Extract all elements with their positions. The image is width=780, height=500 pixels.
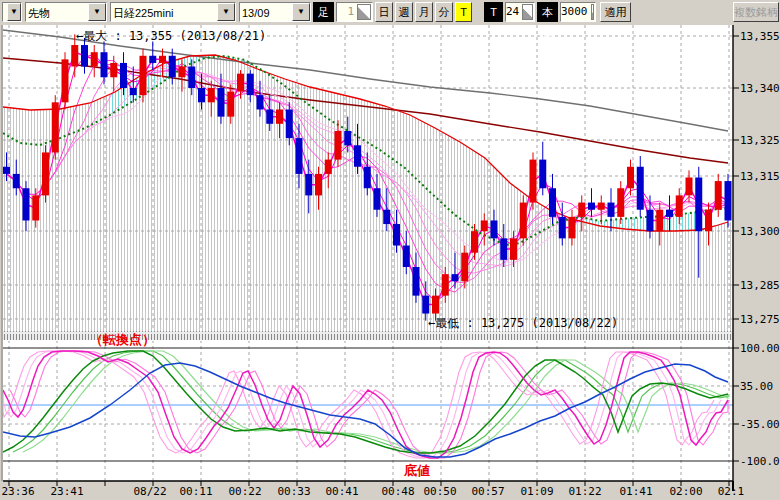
chart-area: ←最大 : 13,355 (2013/08/21) ←最低 : 13,275 (… <box>0 0 780 500</box>
indicator-axis-label: -100.00 <box>740 455 780 468</box>
chevron-down-icon[interactable]: ▼ <box>7 3 21 21</box>
blank-combobox[interactable]: ▼ <box>2 2 22 22</box>
market-combobox-value: 先物 <box>26 3 88 21</box>
indicator-axis-label: -35.00 <box>740 418 780 431</box>
bar-count-label: 本数 <box>537 2 558 22</box>
price-axis-label: 13,340 <box>740 82 780 95</box>
price-axis-label: 13,315 <box>740 170 780 183</box>
time-axis-label: 00:48 <box>381 485 414 498</box>
interval-value: 1 <box>337 3 356 21</box>
period-day-button[interactable]: 日 <box>375 2 393 22</box>
time-axis-label: 00:11 <box>179 485 212 498</box>
multi-symbol-button[interactable]: 複数銘柄 <box>733 2 779 22</box>
chart-canvas[interactable] <box>0 0 780 500</box>
period-month-button[interactable]: 月 <box>415 2 433 22</box>
time-axis-label: 02:00 <box>669 485 702 498</box>
interval-stepper[interactable]: 1 <box>336 2 373 22</box>
spinner-icon[interactable] <box>522 4 533 20</box>
chevron-down-icon[interactable]: ▼ <box>217 3 235 21</box>
period-tick-button[interactable]: T <box>455 2 472 22</box>
max-price-annotation: ←最大 : 13,355 (2013/08/21) <box>76 28 266 45</box>
price-axis-label: 13,300 <box>740 225 780 238</box>
time-axis-label: 08/22 <box>133 485 166 498</box>
indicator-axis-label: 100.00 <box>740 342 780 355</box>
price-axis-label: 13,285 <box>740 279 780 292</box>
time-axis-label: 02:1 <box>718 485 745 498</box>
chart-application: ▼ 先物 ▼ 日経225mini ▼ 13/09 ▼ 足 1 日 週 月 分 T… <box>0 0 780 500</box>
toolbar: ▼ 先物 ▼ 日経225mini ▼ 13/09 ▼ 足 1 日 週 月 分 T… <box>0 0 780 25</box>
period-week-button[interactable]: 週 <box>395 2 413 22</box>
chevron-down-icon[interactable]: ▼ <box>88 3 106 21</box>
time-axis-label: 01:22 <box>568 485 601 498</box>
tick-count-value: 24 <box>506 3 521 21</box>
price-axis-label: 13,275 <box>740 313 780 326</box>
contract-month-combobox-value: 13/09 <box>240 3 292 21</box>
bar-count-value: 3000 <box>561 3 590 21</box>
time-axis-label: 00:50 <box>423 485 456 498</box>
spinner-icon[interactable] <box>357 4 371 20</box>
time-axis-label: 23:41 <box>50 485 83 498</box>
price-axis-label: 13,325 <box>740 134 780 147</box>
time-axis-label: 00:22 <box>228 485 261 498</box>
min-price-annotation: ←最低 : 13,275 (2013/08/22) <box>428 315 618 332</box>
bottom-price-label: 底値 <box>404 462 430 480</box>
turning-point-label: （転換点） <box>90 331 155 349</box>
time-axis-label: 00:33 <box>277 485 310 498</box>
contract-month-combobox[interactable]: 13/09 ▼ <box>239 2 311 22</box>
symbol-combobox[interactable]: 日経225mini ▼ <box>110 2 236 22</box>
market-combobox[interactable]: 先物 ▼ <box>25 2 107 22</box>
tick-label: T <box>484 2 503 22</box>
bar-count-stepper[interactable]: 3000 <box>560 2 596 22</box>
time-axis-label: 01:09 <box>520 485 553 498</box>
bar-type-label: 足 <box>313 2 334 22</box>
apply-button[interactable]: 適用 <box>600 2 631 22</box>
period-minute-button[interactable]: 分 <box>435 2 453 22</box>
chevron-down-icon[interactable]: ▼ <box>292 3 310 21</box>
time-axis-label: 00:57 <box>471 485 504 498</box>
symbol-combobox-value: 日経225mini <box>111 3 217 21</box>
spinner-icon[interactable] <box>591 4 595 20</box>
time-axis-label: 01:41 <box>619 485 652 498</box>
indicator-axis-label: 35.00 <box>740 380 773 393</box>
time-axis-label: 23:36 <box>1 485 34 498</box>
price-axis-label: 13,355 <box>740 30 780 43</box>
tick-count-stepper[interactable]: 24 <box>505 2 535 22</box>
time-axis-label: 00:41 <box>325 485 358 498</box>
